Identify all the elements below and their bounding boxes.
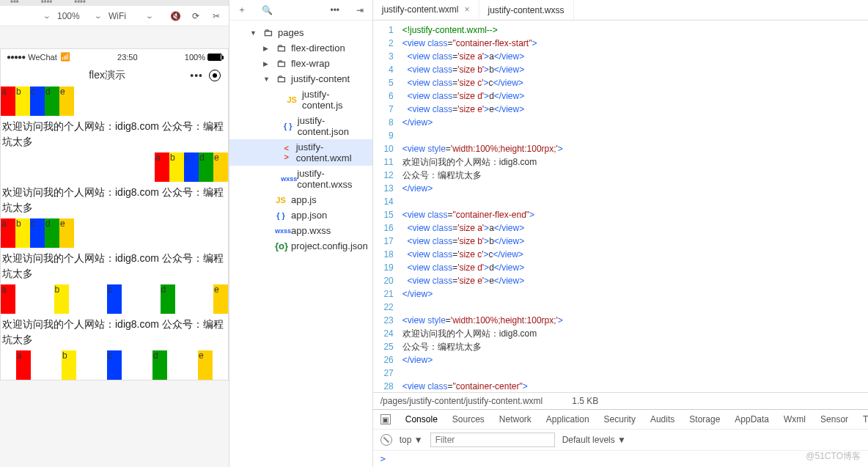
console-prompt[interactable]: > (373, 451, 868, 467)
box-e: e (213, 152, 228, 182)
box-a: a (155, 152, 169, 182)
box-a: a (1, 87, 15, 116)
file-justify-content.wxss[interactable]: wxssjustify-content.wxss (229, 166, 372, 192)
box-b: b (62, 350, 76, 380)
code-line: 24欢迎访问我的个人网站：idig8.com (373, 327, 868, 340)
dt-tab-trace[interactable]: Trace (863, 414, 868, 424)
dt-tab-appdata[interactable]: AppData (735, 414, 769, 424)
more-icon[interactable]: ••• (328, 4, 342, 17)
code-line: 22 (373, 301, 868, 314)
box-b: b (54, 284, 69, 314)
file-justify-content.wxml[interactable]: < >justify-content.wxml (229, 139, 372, 166)
file-app.js[interactable]: JSapp.js (229, 192, 372, 207)
editor-tabs: justify-content.wxml×justify-content.wxs… (373, 0, 868, 21)
search-icon[interactable]: 🔍 (260, 4, 273, 17)
file-tree[interactable]: ▼🗀pages▶🗀flex-direction▶🗀flex-wrap▼🗀just… (229, 21, 372, 467)
box-a: a (1, 218, 15, 248)
dt-tab-sources[interactable]: Sources (452, 414, 485, 424)
box-b: b (15, 87, 30, 116)
box-d: d (199, 152, 213, 182)
levels-select[interactable]: Default levels ▼ (562, 435, 626, 445)
close-icon[interactable]: × (464, 4, 469, 15)
scope-select[interactable]: top ▼ (400, 435, 423, 445)
desc-text: 欢迎访问我的个人网站：idig8.com 公众号：编程坑太多 (1, 248, 228, 284)
flex-row-around: abcde (1, 350, 228, 380)
file-app.json[interactable]: { }app.json (229, 207, 372, 223)
code-line: 14 (373, 195, 868, 208)
code-line: 25公众号：编程坑太多 (373, 340, 868, 353)
dt-tab-console[interactable]: Console (405, 414, 438, 424)
file-app.wxss[interactable]: wxssapp.wxss (229, 223, 372, 238)
network-select[interactable]: WiFi⌄ (108, 11, 152, 21)
filter-input[interactable] (430, 433, 555, 447)
code-line: 28<view class="container-center"> (373, 380, 868, 392)
dt-tab-audits[interactable]: Audits (650, 414, 674, 424)
editor-panel: justify-content.wxml×justify-content.wxs… (373, 0, 868, 467)
dt-tab-security[interactable]: Security (604, 414, 636, 424)
box-c: c (107, 284, 122, 314)
box-a: a (1, 284, 15, 314)
code-line: 20 <view class='size e'>e</view> (373, 274, 868, 287)
status-size: 1.5 KB (572, 396, 598, 406)
file-justify-content.json[interactable]: { }justify-content.json (229, 113, 372, 139)
console-filter-bar: top ▼ Default levels ▼ (373, 430, 868, 451)
folder-justify-content[interactable]: ▼🗀justify-content (229, 71, 372, 87)
dt-tab-storage[interactable]: Storage (689, 414, 720, 424)
collapse-icon[interactable]: ⇥ (353, 4, 367, 17)
code-line: 27 (373, 367, 868, 380)
mute-icon[interactable]: 🔇 (169, 10, 182, 23)
editor-status: /pages/justify-content/justify-content.w… (373, 392, 868, 409)
box-c: c (30, 218, 45, 248)
add-icon[interactable]: ＋ (235, 4, 249, 17)
nav-bar: flex演示 ••• (1, 65, 228, 87)
box-d: d (45, 87, 59, 116)
folder-flex-wrap[interactable]: ▶🗀flex-wrap (229, 56, 372, 71)
battery-icon (207, 54, 222, 61)
dt-tab-wxml[interactable]: Wxml (784, 414, 806, 424)
device-select[interactable]: ⌄ (6, 12, 50, 20)
flex-row-start: abcde (1, 218, 228, 248)
box-d: d (161, 284, 175, 314)
file-project.config.json[interactable]: {o}project.config.json (229, 238, 372, 254)
code-line: 19 <view class='size d'>d</view> (373, 261, 868, 274)
cut-icon[interactable]: ✂ (210, 10, 223, 23)
tab-justify-content.wxss[interactable]: justify-content.wxss (479, 0, 574, 20)
dt-tab-sensor[interactable]: Sensor (820, 414, 848, 424)
element-picker-icon[interactable]: ▣ (380, 414, 391, 424)
box-e: e (198, 350, 213, 380)
editor-body[interactable]: 1<!justify-content.wxml-->2<view class="… (373, 21, 868, 392)
sim-stage: ●●●●●WeChat📶 23:50 100% flex演示 ••• abcde… (0, 26, 229, 467)
desc-text: 欢迎访问我的个人网站：idig8.com 公众号：编程坑太多 (1, 182, 228, 218)
box-d: d (45, 218, 59, 248)
flex-row-start: abcde (1, 87, 228, 116)
desc-text: 欢迎访问我的个人网站：idig8.com 公众号：编程坑太多 (1, 314, 228, 350)
rotate-icon[interactable]: ⟳ (189, 10, 202, 23)
dt-tab-application[interactable]: Application (546, 414, 589, 424)
code-line: 26</view> (373, 353, 868, 367)
code-line: 23<view style='width:100%;height:100rpx;… (373, 314, 868, 327)
dt-tab-network[interactable]: Network (499, 414, 532, 424)
tab-justify-content.wxml[interactable]: justify-content.wxml× (373, 0, 479, 20)
clear-console-icon[interactable] (380, 434, 392, 446)
code-line: 16 <view class='size a'>a</view> (373, 221, 868, 235)
tree-toolbar: ＋ 🔍 ••• ⇥ (229, 0, 372, 21)
file-tree-panel: ＋ 🔍 ••• ⇥ ▼🗀pages▶🗀flex-direction▶🗀flex-… (229, 0, 373, 467)
file-justify-content.js[interactable]: JSjustify-content.js (229, 87, 372, 113)
folder-flex-direction[interactable]: ▶🗀flex-direction (229, 40, 372, 56)
app-root: *********** ⌄ 100%⌄ WiFi⌄ 🔇 ⟳ ✂ ●●●●●WeC… (0, 0, 868, 467)
zoom-select[interactable]: 100%⌄ (57, 11, 101, 21)
folder-pages[interactable]: ▼🗀pages (229, 25, 372, 40)
menu-icon[interactable]: ••• (184, 70, 209, 81)
code-line: 15<view class="container-flex-end"> (373, 208, 868, 221)
box-e: e (213, 284, 228, 314)
phone-frame: ●●●●●WeChat📶 23:50 100% flex演示 ••• abcde… (0, 48, 229, 380)
flex-row-end: abcde (1, 152, 228, 182)
code-line: 10<view style='width:100%;height:100rpx;… (373, 142, 868, 155)
code-line: 4 <view class='size b'>b</view> (373, 63, 868, 76)
status-path: /pages/justify-content/justify-content.w… (380, 396, 542, 406)
devtools-panel: ▣ ConsoleSourcesNetworkApplicationSecuri… (373, 409, 868, 467)
close-capsule-icon[interactable] (209, 70, 221, 81)
devtools-tabs: ▣ ConsoleSourcesNetworkApplicationSecuri… (373, 410, 868, 430)
box-b: b (15, 218, 30, 248)
code-line: 8</view> (373, 116, 868, 129)
